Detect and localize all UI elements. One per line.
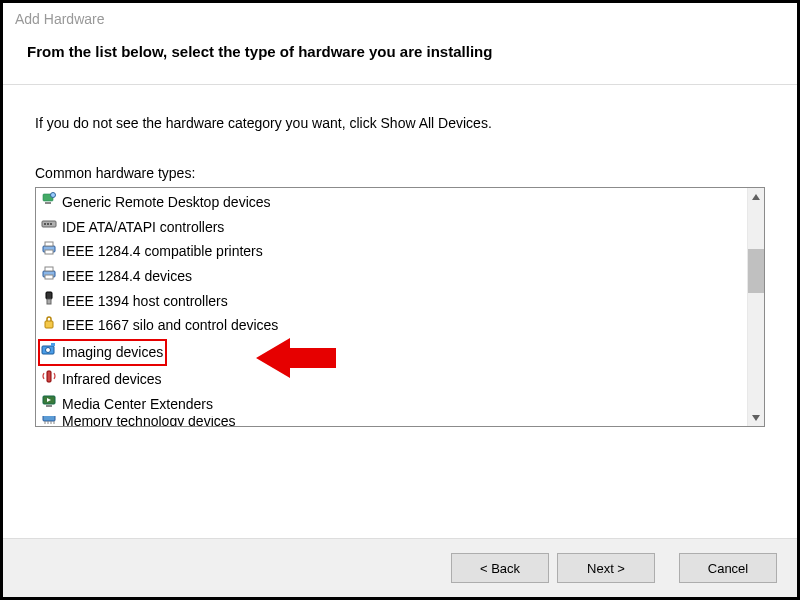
svg-rect-11 xyxy=(45,267,53,271)
svg-rect-1 xyxy=(45,202,51,204)
list-item-label: Memory technology devices xyxy=(62,416,236,426)
cancel-button[interactable]: Cancel xyxy=(679,553,777,583)
list-item-label: Media Center Extenders xyxy=(62,396,213,412)
list-label: Common hardware types: xyxy=(35,165,765,181)
page-title: From the list below, select the type of … xyxy=(27,43,773,60)
list-item[interactable]: IEEE 1284.4 compatible printers xyxy=(36,239,747,264)
wizard-header: From the list below, select the type of … xyxy=(3,31,797,84)
list-item-label: Generic Remote Desktop devices xyxy=(62,194,271,210)
hardware-list[interactable]: Generic Remote Desktop devicesIDE ATA/AT… xyxy=(35,187,765,427)
list-item-label: IEEE 1394 host controllers xyxy=(62,293,228,309)
list-item[interactable]: Memory technology devices xyxy=(36,416,747,426)
list-item-label: IEEE 1284.4 compatible printers xyxy=(62,243,263,259)
list-item[interactable]: Imaging devices xyxy=(36,338,747,367)
content-area: If you do not see the hardware category … xyxy=(3,85,797,538)
hint-text: If you do not see the hardware category … xyxy=(35,115,765,131)
imaging-icon xyxy=(40,341,58,357)
list-item[interactable]: IEEE 1394 host controllers xyxy=(36,289,747,314)
svg-rect-9 xyxy=(45,250,53,254)
window-title: Add Hardware xyxy=(3,3,797,31)
ide-controller-icon xyxy=(40,216,58,232)
svg-rect-6 xyxy=(50,223,52,225)
button-bar: < Back Next > Cancel xyxy=(3,538,797,597)
list-item-label: Imaging devices xyxy=(62,344,163,360)
svg-rect-13 xyxy=(46,292,52,299)
list-item[interactable]: IDE ATA/ATAPI controllers xyxy=(36,215,747,240)
list-item[interactable]: Infrared devices xyxy=(36,367,747,392)
svg-rect-23 xyxy=(43,416,55,421)
remote-desktop-icon xyxy=(40,191,58,207)
list-item-label: Infrared devices xyxy=(62,371,162,387)
media-center-icon xyxy=(40,393,58,409)
svg-rect-14 xyxy=(47,299,51,304)
scrollbar[interactable] xyxy=(747,188,764,426)
svg-rect-19 xyxy=(47,371,51,382)
list-item-label: IEEE 1667 silo and control devices xyxy=(62,317,278,333)
printer-icon xyxy=(40,265,58,281)
usb-host-icon xyxy=(40,290,58,306)
svg-rect-12 xyxy=(45,275,53,279)
lock-silo-icon xyxy=(40,314,58,330)
svg-rect-18 xyxy=(51,343,55,346)
list-item[interactable]: IEEE 1284.4 devices xyxy=(36,264,747,289)
list-item-label: IEEE 1284.4 devices xyxy=(62,268,192,284)
svg-point-17 xyxy=(46,348,51,353)
list-item[interactable]: Generic Remote Desktop devices xyxy=(36,190,747,215)
list-item[interactable]: Media Center Extenders xyxy=(36,392,747,417)
svg-point-2 xyxy=(51,193,56,198)
svg-rect-5 xyxy=(47,223,49,225)
next-button[interactable]: Next > xyxy=(557,553,655,583)
svg-rect-15 xyxy=(45,321,53,328)
list-item-label: IDE ATA/ATAPI controllers xyxy=(62,219,224,235)
back-button[interactable]: < Back xyxy=(451,553,549,583)
printer-icon xyxy=(40,240,58,256)
scroll-thumb[interactable] xyxy=(748,249,764,293)
infrared-icon xyxy=(40,368,58,384)
svg-rect-4 xyxy=(44,223,46,225)
svg-rect-21 xyxy=(46,405,52,407)
scroll-down-button[interactable] xyxy=(748,409,764,426)
memory-tech-icon xyxy=(40,416,58,426)
list-item[interactable]: IEEE 1667 silo and control devices xyxy=(36,313,747,338)
scroll-up-button[interactable] xyxy=(748,188,764,205)
svg-rect-8 xyxy=(45,242,53,246)
scroll-track[interactable] xyxy=(748,205,764,409)
